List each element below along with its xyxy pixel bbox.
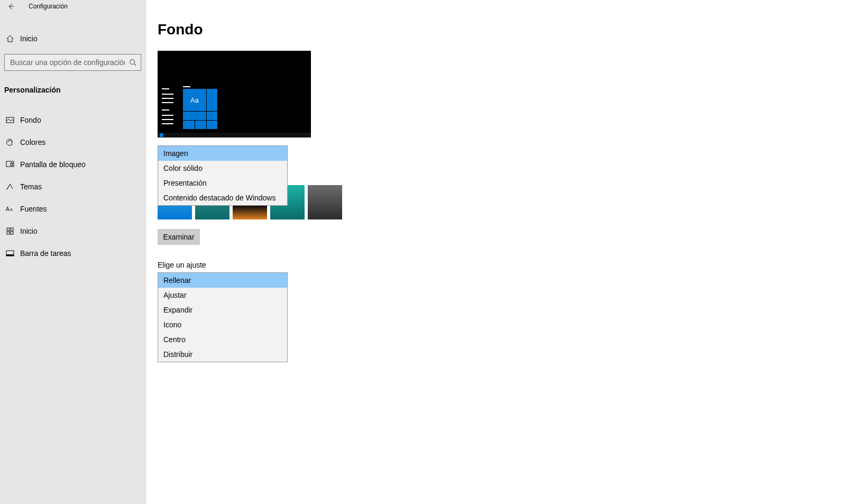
svg-rect-10: [11, 228, 13, 231]
fit-option-distribuir[interactable]: Distribuir: [158, 347, 287, 362]
desktop-preview: Aa: [158, 51, 311, 138]
home-label: Inicio: [20, 34, 38, 43]
image-icon: [5, 115, 15, 125]
browse-button[interactable]: Examinar: [158, 229, 200, 245]
bg-option-contenido-destacado[interactable]: Contenido destacado de Windows: [158, 190, 287, 205]
svg-text:A: A: [6, 206, 10, 212]
nav-list: Fondo Colores Pantalla de bloqueo Temas …: [0, 109, 145, 264]
image-thumb[interactable]: [308, 185, 342, 219]
bg-dropdown[interactable]: Imagen Color sólido Presentación Conteni…: [158, 145, 288, 206]
nav-item-temas[interactable]: Temas: [0, 176, 145, 198]
search-input[interactable]: [10, 58, 125, 67]
nav-item-fondo[interactable]: Fondo: [0, 109, 145, 131]
fit-dropdown[interactable]: Rellenar Ajustar Expandir Icono Centro D…: [158, 272, 288, 362]
sidebar: Configuración Inicio Personalización Fon…: [0, 0, 146, 504]
back-button[interactable]: [5, 1, 16, 12]
fit-option-icono[interactable]: Icono: [158, 317, 287, 332]
bg-option-presentacion[interactable]: Presentación: [158, 176, 287, 190]
lock-screen-icon: [5, 160, 15, 169]
preview-tiles: Aa: [183, 84, 217, 133]
nav-label: Barra de tareas: [20, 249, 71, 258]
preview-app-list: [160, 84, 183, 133]
svg-point-0: [130, 60, 135, 65]
svg-rect-9: [7, 228, 10, 231]
svg-point-4: [11, 141, 12, 142]
svg-text:A: A: [10, 208, 13, 212]
nav-label: Fuentes: [20, 205, 47, 213]
nav-label: Inicio: [20, 227, 38, 235]
nav-item-inicio[interactable]: Inicio: [0, 220, 145, 242]
nav-label: Fondo: [20, 116, 41, 124]
svg-rect-14: [6, 254, 14, 256]
search-icon: [129, 59, 136, 66]
svg-point-2: [8, 141, 9, 142]
fit-option-ajustar[interactable]: Ajustar: [158, 288, 287, 303]
nav-label: Temas: [20, 182, 42, 191]
taskbar-icon: [5, 249, 15, 258]
nav-item-colores[interactable]: Colores: [0, 131, 145, 153]
svg-rect-11: [7, 232, 10, 234]
fit-option-expandir[interactable]: Expandir: [158, 303, 287, 317]
fit-label: Elige un ajuste: [158, 261, 854, 269]
nav-label: Colores: [20, 138, 45, 146]
preview-taskbar: [158, 133, 311, 138]
nav-item-pantalla-bloqueo[interactable]: Pantalla de bloqueo: [0, 153, 145, 176]
svg-point-3: [10, 140, 11, 141]
start-icon: [5, 226, 15, 236]
fit-option-rellenar[interactable]: Rellenar: [158, 273, 287, 288]
category-label: Personalización: [0, 86, 145, 94]
svg-rect-6: [11, 163, 13, 166]
main-content: Fondo Aa Fondo: [146, 0, 854, 504]
app-title: Configuración: [29, 3, 68, 10]
nav-item-fuentes[interactable]: AA Fuentes: [0, 198, 145, 220]
sidebar-header: Configuración: [0, 0, 145, 13]
svg-rect-12: [11, 232, 13, 234]
search-box[interactable]: [4, 54, 141, 71]
preview-start-menu: Aa: [160, 84, 229, 133]
fit-option-centro[interactable]: Centro: [158, 332, 287, 347]
palette-icon: [5, 138, 15, 147]
nav-label: Pantalla de bloqueo: [20, 160, 86, 169]
preview-tile-large: Aa: [183, 89, 206, 111]
home-icon: [5, 34, 15, 43]
arrow-left-icon: [7, 3, 14, 10]
home-link[interactable]: Inicio: [0, 29, 145, 49]
bg-option-color-solido[interactable]: Color sólido: [158, 161, 287, 176]
search-wrap: [0, 49, 145, 71]
bg-option-imagen[interactable]: Imagen: [158, 146, 287, 161]
nav-item-barra-tareas[interactable]: Barra de tareas: [0, 242, 145, 264]
fonts-icon: AA: [5, 204, 15, 214]
themes-icon: [5, 182, 15, 191]
page-title: Fondo: [158, 21, 854, 38]
